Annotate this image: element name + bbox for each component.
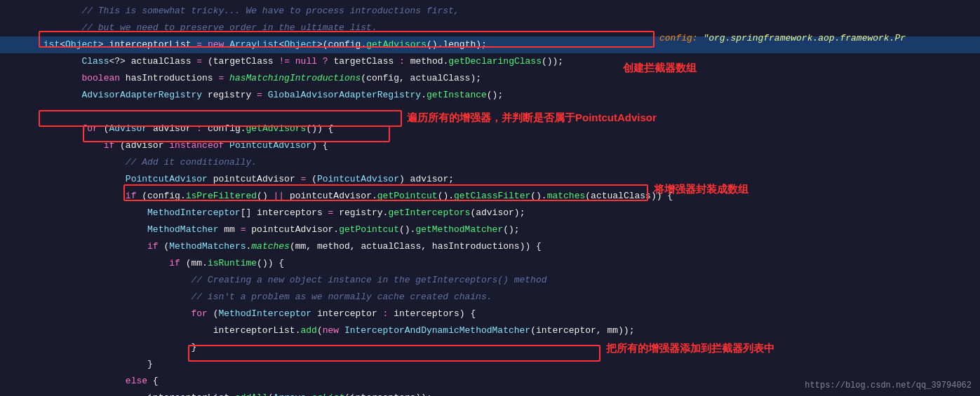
line-number: [0, 289, 35, 291]
line-number: [0, 273, 35, 274]
line-content: // isn't a problem as we normally cache …: [35, 289, 980, 305]
code-line: interceptorList.addAll(Arrays.asList(int…: [0, 390, 980, 396]
code-line: // This is somewhat tricky... We have to…: [0, 3, 980, 20]
line-number: [0, 323, 35, 325]
line-number: [0, 138, 35, 139]
line-number: [0, 155, 35, 156]
code-line: for (MethodInterceptor interceptor : int…: [0, 306, 980, 322]
line-number: [0, 222, 35, 224]
code-line: if (advisor instanceof PointcutAdvisor) …: [0, 137, 980, 154]
code-container: // This is somewhat tricky... We have to…: [0, 0, 980, 396]
line-content: MethodMatcher mm = pointcutAdvisor.getPo…: [35, 222, 980, 238]
code-line: if (config.isPreFiltered() || pointcutAd…: [0, 188, 980, 205]
line-number: [0, 54, 35, 55]
line-content: interceptorList.addAll(Arrays.asList(int…: [35, 390, 980, 396]
code-line: if (mm.isRuntime()) {: [0, 255, 980, 272]
code-line: MethodInterceptor[] interceptors = regis…: [0, 205, 980, 221]
line-number: [0, 37, 35, 39]
line-number: [0, 189, 35, 190]
line-number: [0, 306, 35, 308]
blog-url: https://blog.csdn.net/qq_39794062: [805, 381, 972, 390]
line-content: if (advisor instanceof PointcutAdvisor) …: [35, 138, 980, 153]
line-number: [0, 88, 35, 89]
line-number: [0, 357, 35, 358]
line-content: Class<?> actualClass = (targetClass != n…: [35, 54, 980, 69]
line-content: }: [35, 340, 980, 355]
code-line: Class<?> actualClass = (targetClass != n…: [0, 53, 980, 70]
annotation-wrap: 将增强器封装成数组: [654, 183, 749, 196]
line-number: [0, 205, 35, 207]
line-number: [0, 104, 35, 106]
annotation-iterate: 遍历所有的增强器，并判断是否属于PointcutAdvisor: [407, 111, 657, 125]
line-content: MethodInterceptor[] interceptors = regis…: [35, 205, 980, 221]
line-number: [0, 172, 35, 173]
annotation-addall: 把所有的增强器添加到拦截器列表中: [606, 342, 774, 355]
code-line: if (MethodMatchers.matches(mm, method, a…: [0, 238, 980, 255]
code-line: }: [0, 339, 980, 356]
line-number: [0, 239, 35, 240]
line-number: [0, 20, 35, 22]
line-content: // This is somewhat tricky... We have to…: [35, 4, 980, 19]
line-content: if (config.isPreFiltered() || pointcutAd…: [35, 189, 980, 204]
line-content: for (MethodInterceptor interceptor : int…: [35, 306, 980, 322]
line-number: [0, 4, 35, 5]
line-number: [0, 71, 35, 72]
annotation-config: config: "org.springframework.aop.framewo…: [659, 33, 906, 43]
line-number: [0, 374, 35, 375]
line-content: if (MethodMatchers.matches(mm, method, a…: [35, 239, 980, 254]
code-line: interceptorList.add(new InterceptorAndDy…: [0, 322, 980, 339]
line-content: boolean hasIntroductions = hasMatchingIn…: [35, 71, 980, 86]
annotation-create-list: 创建拦截器数组: [623, 62, 697, 75]
code-line: // Add it conditionally.: [0, 154, 980, 171]
line-content: }: [35, 357, 980, 372]
line-number: [0, 340, 35, 341]
code-line: PointcutAdvisor pointcutAdvisor = (Point…: [0, 171, 980, 188]
code-line: // Creating a new object instance in the…: [0, 272, 980, 289]
line-content: if (mm.isRuntime()) {: [35, 256, 980, 271]
code-area: // This is somewhat tricky... We have to…: [0, 0, 980, 396]
line-content: // Creating a new object instance in the…: [35, 273, 980, 288]
code-line: boolean hasIntroductions = hasMatchingIn…: [0, 70, 980, 87]
line-content: // Add it conditionally.: [35, 155, 980, 170]
line-content: PointcutAdvisor pointcutAdvisor = (Point…: [35, 172, 980, 187]
code-line: // isn't a problem as we normally cache …: [0, 289, 980, 306]
code-line: }: [0, 356, 980, 373]
code-line: AdvisorAdapterRegistry registry = Global…: [0, 87, 980, 104]
code-line: MethodMatcher mm = pointcutAdvisor.getPo…: [0, 221, 980, 238]
line-number: [0, 390, 35, 392]
line-content: interceptorList.add(new InterceptorAndDy…: [35, 323, 980, 339]
line-content: AdvisorAdapterRegistry registry = Global…: [35, 88, 980, 103]
line-number: [0, 256, 35, 257]
line-number: [0, 121, 35, 123]
